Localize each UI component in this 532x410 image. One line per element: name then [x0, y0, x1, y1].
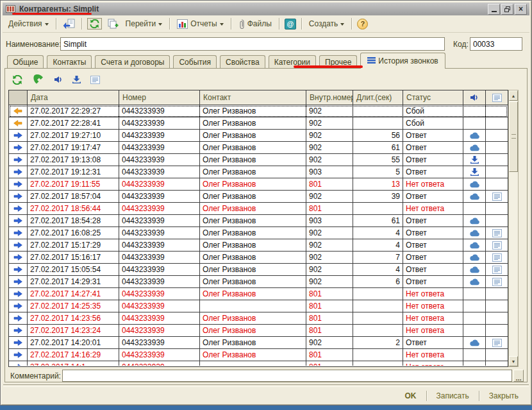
save-button[interactable]: Записать [433, 390, 473, 402]
column-header[interactable]: Длит.(сек) [353, 90, 403, 105]
call-direction-cell [9, 203, 28, 215]
note-cell [486, 252, 508, 264]
call-row[interactable]: 27.02.2017 18:56:440443233939Олег Ризван… [9, 203, 508, 215]
tab-call-history[interactable]: История звонков [360, 53, 445, 69]
chevron-down-icon [220, 23, 224, 26]
refresh-button[interactable] [87, 18, 102, 30]
status-cell: Ответ [403, 142, 463, 154]
outgoing-call-icon [13, 230, 22, 236]
speaker-button[interactable] [53, 74, 64, 85]
comment-more-button[interactable]: ... [513, 370, 524, 382]
outgoing-call-icon [13, 218, 22, 224]
scroll-down-button[interactable]: ▼ [509, 356, 518, 366]
column-header-direction[interactable] [9, 90, 28, 105]
call-row[interactable]: 27.02.2017 18:54:280443233939Олег Ризван… [9, 215, 508, 227]
call-row[interactable]: 27.02.2017 14:23:560443233939Олег Ризван… [9, 312, 508, 325]
actions-menu-button[interactable]: Действия [6, 18, 51, 30]
ext-number-cell: 801 [306, 178, 353, 191]
tab-0[interactable]: Общие [7, 55, 44, 69]
duration-cell: 61 [353, 142, 403, 154]
call-row[interactable]: 27.02.2017 14:23:240443233939Олег Ризван… [9, 325, 508, 337]
files-button[interactable]: Файлы [237, 17, 274, 31]
close-form-button[interactable]: Закрыть [485, 390, 522, 402]
column-header[interactable]: Контакт [200, 90, 306, 105]
column-header[interactable]: Дата [28, 90, 119, 105]
call-row[interactable]: 27.02.2017 19:13:080443233939Олег Ризван… [9, 154, 508, 166]
minimize-button[interactable] [488, 4, 500, 15]
column-header-record[interactable] [463, 90, 486, 105]
code-input[interactable] [470, 37, 522, 51]
help-button[interactable]: ? [357, 19, 368, 30]
call-row[interactable]: 27.02.2017 16:08:250443233939Олег Ризван… [9, 227, 508, 239]
call-row[interactable]: 27.02.2017 14:10443233939801Нет ответа [9, 361, 508, 366]
call-row[interactable]: 27.02.2017 14:20:010443233939Олег Ризван… [9, 337, 508, 349]
date-cell: 27.02.2017 19:11:55 [28, 178, 119, 191]
call-row[interactable]: 27.02.2017 15:05:540443233939Олег Ризван… [9, 264, 508, 276]
name-input[interactable] [60, 37, 445, 51]
record-cell [463, 288, 486, 300]
status-cell: Нет ответа [403, 178, 463, 191]
column-header-note[interactable] [486, 90, 508, 105]
goto-menu-button[interactable]: Перейти [124, 18, 165, 30]
annotation-title-underline [12, 13, 92, 15]
refresh-button[interactable] [10, 74, 24, 86]
call-row[interactable]: 27.02.2017 19:11:550443233939Олег Ризван… [9, 178, 508, 191]
tab-3[interactable]: События [173, 55, 217, 69]
call-row[interactable]: 27.02.2017 22:28:410443233939Олег Ризван… [9, 117, 508, 130]
note-cell [486, 276, 508, 288]
column-header[interactable]: Номер [119, 90, 200, 105]
phone-call-button[interactable] [31, 73, 46, 86]
contact-cell: Олег Ризванов [200, 166, 306, 178]
status-cell: Сбой [403, 105, 463, 117]
outgoing-call-icon [13, 132, 22, 139]
create-menu-button[interactable]: Создать [307, 18, 347, 30]
record-cloud-icon [469, 230, 480, 237]
vertical-scrollbar[interactable]: ▲ ▼ [508, 90, 519, 367]
document-button[interactable] [89, 74, 101, 85]
date-cell: 27.02.2017 16:08:25 [28, 227, 119, 239]
close-button[interactable]: × [515, 4, 527, 15]
record-cell [463, 264, 486, 276]
column-header[interactable]: Статус [403, 90, 463, 105]
scroll-up-button[interactable]: ▲ [509, 90, 518, 101]
call-row[interactable]: 27.02.2017 14:16:290443233939Олег Ризван… [9, 349, 508, 361]
duration-cell: 4 [353, 264, 403, 276]
duration-cell: 2 [353, 337, 403, 349]
scroll-thumb[interactable] [509, 101, 518, 172]
note-icon [492, 278, 502, 286]
call-row[interactable]: 27.02.2017 19:17:470443233939Олег Ризван… [9, 142, 508, 154]
refresh-icon [12, 75, 23, 85]
date-cell: 27.02.2017 18:56:44 [28, 203, 119, 215]
create-menu-label: Создать [309, 19, 338, 28]
date-cell: 27.02.2017 15:16:17 [28, 252, 119, 264]
restore-button[interactable] [501, 4, 513, 15]
arrow-page-button[interactable] [62, 18, 76, 30]
download-button[interactable] [71, 74, 82, 85]
call-direction-cell [9, 349, 28, 361]
status-cell: Нет ответа [403, 325, 463, 337]
comment-input[interactable] [62, 370, 512, 382]
copy-add-button[interactable] [106, 18, 120, 30]
ok-button[interactable]: OK [401, 390, 420, 402]
duration-cell: 39 [353, 191, 403, 203]
call-row[interactable]: 27.02.2017 19:27:100443233939Олег Ризван… [9, 130, 508, 142]
email-button[interactable]: @ [285, 19, 296, 30]
note-icon [492, 241, 502, 250]
call-row[interactable]: 27.02.2017 15:16:170443233939Олег Ризван… [9, 252, 508, 264]
date-cell: 27.02.2017 15:05:54 [28, 264, 119, 276]
call-row[interactable]: 27.02.2017 14:25:350443233939801Нет отве… [9, 300, 508, 312]
tab-4[interactable]: Свойства [220, 55, 265, 69]
reports-menu-button[interactable]: Отчеты [175, 18, 225, 30]
call-row[interactable]: 27.02.2017 19:12:310443233939Олег Ризван… [9, 166, 508, 178]
status-cell: Нет ответа [403, 361, 463, 366]
contact-cell: Олег Ризванов [200, 117, 306, 130]
call-row[interactable]: 27.02.2017 22:29:270443233939Олег Ризван… [9, 105, 508, 117]
call-row[interactable]: 27.02.2017 18:57:040443233939Олег Ризван… [9, 191, 508, 203]
column-header[interactable]: Внутр.номер [306, 90, 353, 105]
tab-1[interactable]: Контакты [47, 55, 92, 69]
call-row[interactable]: 27.02.2017 14:29:310443233939Олег Ризван… [9, 276, 508, 288]
call-row[interactable]: 27.02.2017 15:17:290443233939Олег Ризван… [9, 239, 508, 252]
tab-label: Счета и договоры [101, 58, 164, 67]
tab-2[interactable]: Счета и договоры [95, 55, 170, 69]
call-row[interactable]: 27.02.2017 14:27:410443233939Олег Ризван… [9, 288, 508, 300]
